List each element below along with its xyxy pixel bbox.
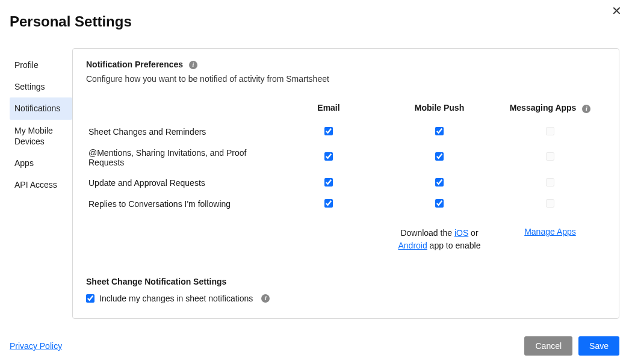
email-checkbox[interactable] bbox=[324, 199, 333, 208]
save-button[interactable]: Save bbox=[578, 336, 619, 356]
sidebar-item-profile[interactable]: Profile bbox=[10, 54, 72, 76]
email-checkbox[interactable] bbox=[324, 127, 333, 135]
messaging-checkbox bbox=[546, 127, 554, 135]
notification-preferences-table: Email Mobile Push Messaging Apps i Sheet… bbox=[86, 98, 606, 257]
mobile-checkbox[interactable] bbox=[435, 127, 444, 135]
mobile-checkbox[interactable] bbox=[435, 199, 444, 208]
sidebar-item-my-mobile-devices[interactable]: My Mobile Devices bbox=[10, 120, 72, 152]
notification-preferences-description: Configure how you want to be notified of… bbox=[86, 74, 606, 84]
row-label: Sheet Changes and Reminders bbox=[86, 122, 273, 143]
row-label: @Mentions, Sharing Invitations, and Proo… bbox=[86, 143, 273, 173]
column-header-mobile: Mobile Push bbox=[384, 98, 495, 121]
bottom-bar: Privacy Policy Cancel Save bbox=[10, 336, 619, 356]
download-apps-text: Download the iOS or Android app to enabl… bbox=[384, 215, 495, 258]
page-title: Personal Settings bbox=[0, 0, 629, 30]
ios-link[interactable]: iOS bbox=[454, 228, 468, 238]
include-my-changes-label: Include my changes in sheet notification… bbox=[99, 294, 253, 303]
email-checkbox[interactable] bbox=[324, 178, 333, 187]
sidebar-item-notifications[interactable]: Notifications bbox=[10, 97, 72, 119]
mobile-checkbox[interactable] bbox=[435, 152, 444, 161]
sidebar-item-settings[interactable]: Settings bbox=[10, 76, 72, 97]
manage-apps-link[interactable]: Manage Apps bbox=[524, 227, 576, 236]
close-icon: ✕ bbox=[612, 4, 622, 17]
info-icon[interactable]: i bbox=[261, 294, 270, 303]
messaging-checkbox bbox=[546, 152, 554, 161]
messaging-checkbox bbox=[546, 178, 554, 187]
column-header-messaging: Messaging Apps i bbox=[495, 98, 606, 121]
content-panel: Notification Preferences i Configure how… bbox=[72, 48, 619, 319]
column-header-label bbox=[86, 98, 273, 121]
row-label: Replies to Conversations I'm following bbox=[86, 194, 273, 215]
table-row: @Mentions, Sharing Invitations, and Proo… bbox=[86, 143, 606, 173]
row-label: Update and Approval Requests bbox=[86, 173, 273, 194]
notification-preferences-heading: Notification Preferences bbox=[86, 60, 183, 69]
info-icon[interactable]: i bbox=[189, 61, 197, 69]
android-link[interactable]: Android bbox=[398, 241, 427, 250]
table-row: Replies to Conversations I'm following bbox=[86, 194, 606, 215]
close-button[interactable]: ✕ bbox=[612, 5, 622, 17]
sidebar: ProfileSettingsNotificationsMy Mobile De… bbox=[10, 48, 72, 319]
sidebar-item-apps[interactable]: Apps bbox=[10, 152, 72, 174]
table-row: Update and Approval Requests bbox=[86, 173, 606, 194]
cancel-button[interactable]: Cancel bbox=[524, 336, 572, 356]
mobile-checkbox[interactable] bbox=[435, 178, 444, 187]
sidebar-item-api-access[interactable]: API Access bbox=[10, 174, 72, 196]
include-my-changes-checkbox[interactable] bbox=[86, 294, 95, 303]
privacy-policy-link[interactable]: Privacy Policy bbox=[10, 341, 62, 351]
messaging-checkbox bbox=[546, 199, 554, 208]
sheet-change-settings-heading: Sheet Change Notification Settings bbox=[86, 277, 226, 286]
email-checkbox[interactable] bbox=[324, 152, 333, 161]
table-row: Sheet Changes and Reminders bbox=[86, 122, 606, 143]
info-icon[interactable]: i bbox=[582, 105, 590, 113]
column-header-email: Email bbox=[273, 98, 384, 121]
